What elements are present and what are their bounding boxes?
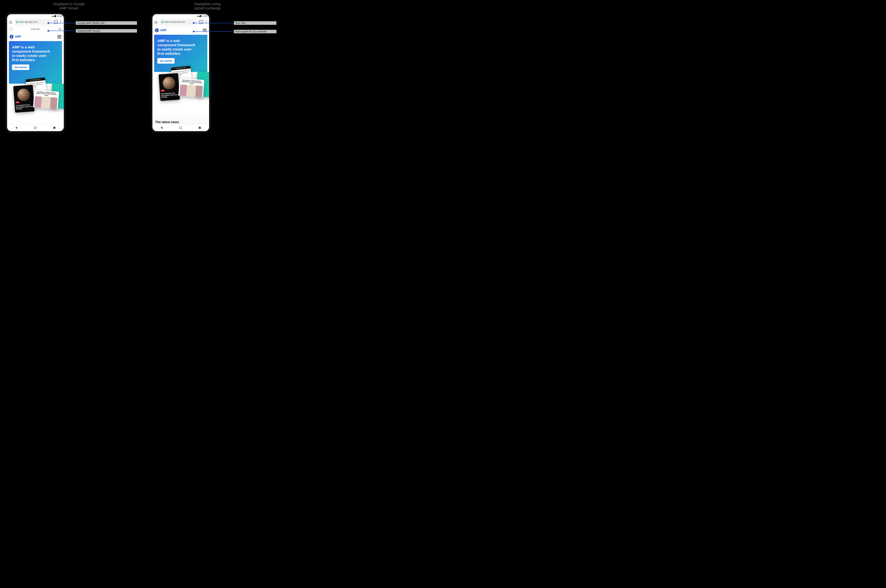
latest-news-heading: The latest news — [155, 120, 206, 124]
wifi-icon — [52, 15, 52, 17]
status-time: 12:30 — [202, 15, 207, 17]
status-bar: 12:30 — [152, 14, 209, 18]
hero-headline: AMP is a web component framework to easi… — [12, 45, 51, 62]
url-text: https://www.amp.dev — [164, 21, 185, 23]
photo-card-title: NO, REALLY? YOUR STARTUP DOESN'T HAVE TO… — [180, 80, 203, 86]
android-nav-bar — [7, 124, 64, 131]
annotation-line — [49, 31, 76, 31]
url-bar[interactable]: https://www.amp.dev — [159, 19, 198, 25]
latest-news-section: The latest news — [152, 116, 209, 124]
home-icon[interactable] — [154, 20, 158, 24]
cell-icon — [53, 15, 54, 17]
annotation-dot — [48, 22, 49, 24]
android-nav-bar — [152, 124, 209, 131]
status-bar: 12:30 — [7, 14, 64, 18]
status-icons — [52, 15, 56, 17]
get-started-button[interactable]: Get started — [157, 58, 175, 64]
annotation-label: More space for your website — [234, 30, 276, 33]
status-time: 12:30 — [57, 15, 62, 17]
annotation-your-url: Your URL — [193, 21, 276, 25]
cnn-title: THE MISSIONS STILL EXPLORING OUR SOLAR S… — [161, 92, 178, 99]
collage-photo-card: NO, REALLY? YOUR STARTUP DOESN'T HAVE TO… — [33, 90, 59, 110]
page-content: ⚡ AMP AMP is a web component framework t… — [152, 26, 209, 124]
annotation-label: Google AMP Viewer URL — [76, 21, 137, 25]
status-icons — [197, 15, 201, 17]
home-nav-icon[interactable] — [34, 126, 36, 129]
home-nav-icon[interactable] — [179, 126, 182, 129]
left-title: Displayed in Google AMP Viewer — [0, 2, 138, 10]
annotation-line — [49, 23, 76, 23]
annotation-more-space: More space for your website — [193, 30, 276, 33]
home-icon[interactable] — [9, 20, 13, 24]
annotation-original-source: Original AMP Source — [48, 29, 137, 33]
amp-logo[interactable]: ⚡ AMP — [10, 35, 21, 39]
battery-icon — [200, 15, 201, 17]
amp-brand-text: AMP — [160, 29, 166, 32]
amp-bolt-icon: ⚡ — [10, 35, 13, 39]
collage-photo-card: NO, REALLY? YOUR STARTUP DOESN'T HAVE TO… — [178, 78, 204, 98]
annotation-label: Your URL — [234, 21, 276, 25]
annotation-dot — [48, 30, 49, 32]
planet-image — [17, 88, 30, 102]
amp-bolt-icon: ⚡ — [155, 28, 159, 32]
photo-card-image — [180, 84, 203, 98]
cnn-tag: CNN — [161, 90, 165, 92]
cell-icon — [198, 15, 200, 17]
page-content: ⚡ AMP AMP is a web component framework t… — [7, 32, 64, 124]
collage-cnn-card: CNN THE MISSIONS STILL EXPLORING OUR SOL… — [13, 85, 34, 112]
wifi-icon — [197, 15, 198, 17]
hero-headline: AMP is a web component framework to easi… — [157, 39, 196, 56]
amp-brand-text: AMP — [15, 35, 21, 38]
recents-icon[interactable] — [53, 127, 55, 129]
right-column: Navigation using signed exchange Your UR… — [138, 0, 276, 138]
battery-icon — [55, 15, 56, 17]
cnn-tag: CNN — [15, 101, 19, 104]
get-started-button[interactable]: Get started — [12, 64, 29, 70]
annotation-line — [195, 23, 234, 23]
photo-card-title: NO, REALLY? YOUR STARTUP DOESN'T HAVE TO… — [35, 91, 58, 97]
lock-icon — [16, 21, 18, 23]
lock-icon — [161, 21, 163, 23]
annotation-dot — [193, 22, 195, 24]
hero-collage: The Washington Post My eHarmony match sa… — [7, 78, 64, 112]
recents-icon[interactable] — [199, 127, 201, 129]
back-icon[interactable] — [161, 126, 162, 129]
hero: AMP is a web component framework to easi… — [154, 35, 207, 72]
info-icon[interactable]: i — [10, 27, 13, 31]
amp-site-header: ⚡ AMP — [7, 32, 64, 41]
comparison-diagram: Displayed in Google AMP Viewer Google AM… — [0, 0, 276, 138]
annotation-line — [195, 32, 234, 32]
hero-collage: The Washington Post My eHarmony match sa… — [152, 67, 209, 100]
left-column: Displayed in Google AMP Viewer Google AM… — [0, 0, 138, 138]
photo-card-image — [34, 96, 58, 109]
planet-image — [162, 76, 175, 90]
url-bar[interactable]: https://google.com — [14, 19, 52, 25]
hero: AMP is a web component framework to easi… — [9, 41, 62, 84]
annotation-amp-viewer-url: Google AMP Viewer URL — [48, 21, 137, 25]
collage-cnn-card: CNN THE MISSIONS STILL EXPLORING OUR SOL… — [159, 73, 180, 101]
amp-logo[interactable]: ⚡ AMP — [155, 28, 166, 32]
right-title: Navigation using signed exchange — [138, 2, 276, 10]
back-icon[interactable] — [15, 126, 17, 129]
annotation-dot — [193, 31, 195, 32]
annotation-label: Original AMP Source — [76, 29, 137, 33]
cnn-title: THE MISSIONS STILL EXPLORING OUR SOLAR S… — [16, 104, 33, 110]
hamburger-icon[interactable] — [57, 35, 61, 38]
amp-source-label: amp.dev — [31, 28, 40, 30]
url-text: https://google.com — [19, 21, 37, 23]
